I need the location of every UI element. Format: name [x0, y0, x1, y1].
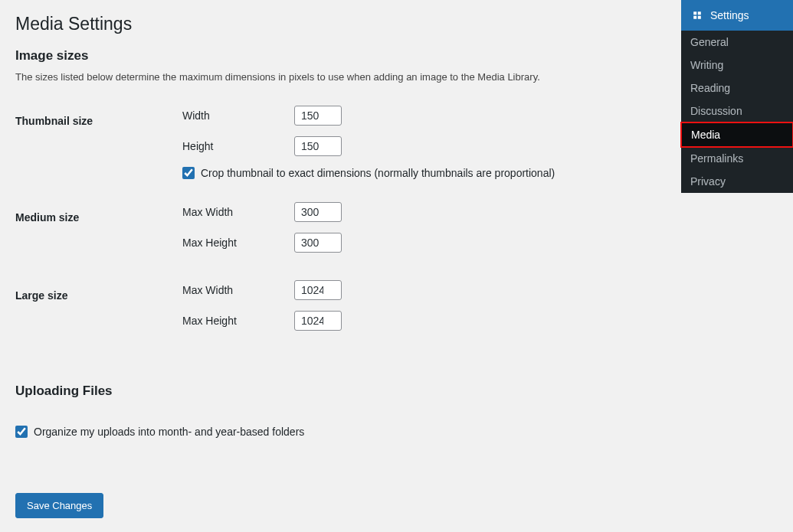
thumbnail-width-row: Width: [182, 106, 666, 126]
thumbnail-crop-row: Crop thumbnail to exact dimensions (norm…: [182, 167, 666, 179]
sidebar-item-privacy[interactable]: Privacy: [681, 170, 793, 193]
medium-max-height-row: Max Height: [182, 233, 666, 253]
save-changes-button[interactable]: Save Changes: [15, 493, 103, 518]
sidebar-item-media[interactable]: Media: [680, 122, 793, 148]
page-title: Media Settings: [15, 14, 666, 34]
thumbnail-crop-checkbox[interactable]: [182, 167, 195, 179]
sidebar-item-discussion[interactable]: Discussion: [681, 100, 793, 122]
organize-uploads-label[interactable]: Organize my uploads into month- and year…: [34, 426, 304, 438]
sidebar-header[interactable]: Settings: [681, 0, 793, 31]
large-max-width-label: Max Width: [182, 284, 294, 296]
uploads-section: Uploading Files Organize my uploads into…: [15, 383, 666, 438]
thumbnail-height-row: Height: [182, 136, 666, 156]
large-max-height-input[interactable]: [294, 311, 342, 331]
thumbnail-height-label: Height: [182, 140, 294, 152]
medium-size-heading: Medium size: [15, 202, 182, 263]
sidebar-item-permalinks[interactable]: Permalinks: [681, 147, 793, 170]
sidebar-item-general[interactable]: General: [681, 31, 793, 54]
thumbnail-crop-label[interactable]: Crop thumbnail to exact dimensions (norm…: [201, 167, 555, 179]
medium-max-height-input[interactable]: [294, 233, 342, 253]
medium-max-width-row: Max Width: [182, 202, 666, 222]
medium-max-height-label: Max Height: [182, 237, 294, 249]
thumbnail-height-input[interactable]: [294, 136, 342, 156]
large-max-width-input[interactable]: [294, 280, 342, 300]
sidebar-item-reading[interactable]: Reading: [681, 77, 793, 100]
organize-uploads-checkbox[interactable]: [15, 426, 28, 438]
medium-max-width-input[interactable]: [294, 202, 342, 222]
section-uploading-files-title: Uploading Files: [15, 383, 666, 399]
thumbnail-size-heading: Thumbnail size: [15, 106, 182, 202]
thumbnail-width-label: Width: [182, 109, 294, 122]
large-max-width-row: Max Width: [182, 280, 666, 300]
section-image-sizes-title: Image sizes: [15, 48, 666, 64]
thumbnail-width-input[interactable]: [294, 106, 342, 126]
large-max-height-label: Max Height: [182, 315, 294, 327]
main-content: Media Settings Image sizes The sizes lis…: [0, 0, 681, 532]
organize-uploads-row: Organize my uploads into month- and year…: [15, 426, 666, 438]
medium-max-width-label: Max Width: [182, 206, 294, 218]
settings-sidebar: Settings General Writing Reading Discuss…: [681, 0, 793, 193]
sidebar-header-label: Settings: [710, 9, 749, 21]
section-image-sizes-desc: The sizes listed below determine the max…: [15, 71, 666, 83]
large-size-heading: Large size: [15, 280, 182, 341]
settings-form-table: Thumbnail size Width Height Crop thumbna…: [15, 106, 666, 341]
large-max-height-row: Max Height: [182, 311, 666, 331]
settings-icon: [690, 8, 704, 22]
sidebar-item-writing[interactable]: Writing: [681, 54, 793, 77]
